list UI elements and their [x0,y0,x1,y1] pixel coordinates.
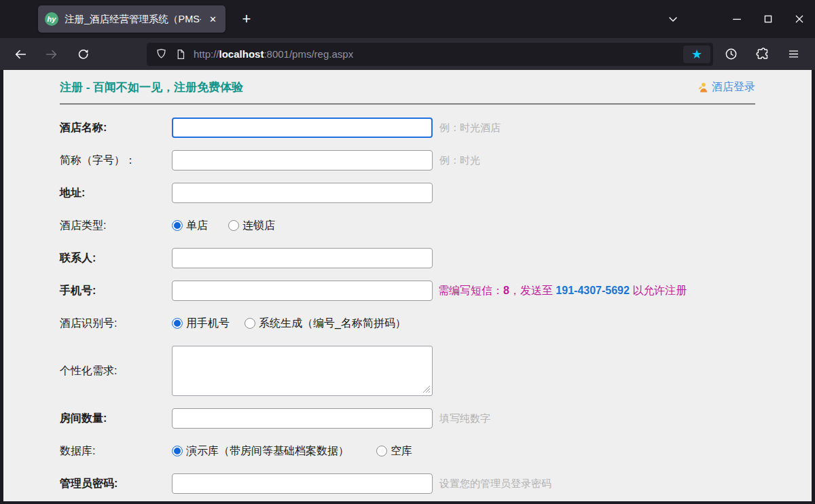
back-icon[interactable] [10,43,31,65]
short-name-row: 简称（字号）： 例：时光 [60,150,755,170]
tab-list-chevron-down-icon[interactable] [662,7,685,31]
menu-hamburger-icon[interactable] [782,43,804,65]
mobile-label: 手机号: [60,284,172,298]
shield-icon[interactable] [155,48,168,60]
url-host: localhost [219,48,264,60]
hotel-id-option-generated[interactable]: 系统生成（编号_名称简拼码） [244,317,406,331]
hotel-id-label: 酒店识别号: [60,317,172,331]
hotel-type-option-chain[interactable]: 连锁店 [228,219,275,233]
address-label: 地址: [60,186,172,200]
radio-unchecked-icon [244,318,255,329]
custom-needs-row: 个性化需求: [60,346,755,396]
sms-phone-number: 191-4307-5692 [556,285,630,296]
contact-label: 联系人: [60,251,172,266]
minimize-button[interactable] [721,0,753,38]
hotel-name-hint: 例：时光酒店 [439,122,501,134]
database-row: 数据库: 演示库（带房间等基础档案数据） 空库 [60,441,755,461]
short-name-hint: 例：时光 [439,154,480,167]
short-name-label: 简称（字号）： [60,154,172,168]
reload-icon[interactable] [72,43,94,65]
page-title: 注册 - 百闻不如一见，注册免费体验 [60,79,243,95]
url-scheme: http:// [194,48,219,60]
url-bar[interactable]: http://localhost:8001/pms/reg.aspx ★ [147,43,713,66]
hotel-type-row: 酒店类型: 单店 连锁店 [60,215,755,236]
forward-icon[interactable] [41,43,62,65]
hotel-type-label: 酒店类型: [60,219,172,233]
room-count-input[interactable] [172,408,433,429]
hotel-name-input[interactable] [172,118,433,138]
admin-password-input[interactable] [172,473,433,494]
hotel-id-row: 酒店识别号: 用手机号 系统生成（编号_名称简拼码） [60,313,755,334]
custom-needs-label: 个性化需求: [60,364,172,378]
tab-favicon: hy [45,12,58,26]
database-label: 数据库: [60,444,172,458]
navigation-toolbar: http://localhost:8001/pms/reg.aspx ★ [0,38,815,70]
hotel-login-label: 酒店登录 [712,80,755,94]
admin-password-hint: 设置您的管理员登录密码 [439,478,551,490]
new-tab-button[interactable]: + [235,7,258,31]
database-option-demo[interactable]: 演示库（带房间等基础档案数据） [172,444,349,458]
short-name-input[interactable] [172,150,433,170]
room-count-hint: 填写纯数字 [439,412,490,425]
admin-password-row: 管理员密码: 设置您的管理员登录密码 [60,473,755,494]
address-input[interactable] [172,183,433,203]
radio-unchecked-icon [376,446,387,456]
registration-form: 酒店名称: 例：时光酒店 简称（字号）： 例：时光 地址: 酒店类型: [60,105,755,494]
radio-checked-icon [172,446,183,456]
maximize-button[interactable] [753,0,784,38]
extensions-puzzle-icon[interactable] [751,43,773,65]
hotel-id-option-mobile[interactable]: 用手机号 [172,317,230,331]
admin-password-label: 管理员密码: [60,477,172,491]
history-clock-icon[interactable] [720,43,742,65]
browser-tab[interactable]: hy 注册_酒店经营管理系统（PMS- ✕ [38,5,225,33]
radio-unchecked-icon [228,220,239,231]
tab-title: 注册_酒店经营管理系统（PMS- [65,13,201,26]
url-path: :8001/pms/reg.aspx [264,48,353,60]
address-row: 地址: [60,183,755,203]
hotel-name-label: 酒店名称: [60,121,172,135]
close-window-button[interactable] [784,0,815,38]
radio-checked-icon [172,318,183,329]
hotel-login-link[interactable]: 酒店登录 [698,80,755,94]
custom-needs-textarea[interactable] [172,346,433,396]
contact-row: 联系人: [60,248,755,268]
sms-code: 8 [503,285,509,296]
database-option-empty[interactable]: 空库 [376,444,412,458]
browser-window: hy 注册_酒店经营管理系统（PMS- ✕ + [0,0,815,504]
page-info-icon[interactable] [175,48,187,60]
mobile-input[interactable] [172,281,433,301]
room-count-label: 房间数量: [60,412,172,426]
bookmark-star-icon[interactable]: ★ [683,46,710,63]
url-text[interactable]: http://localhost:8001/pms/reg.aspx [194,48,353,60]
person-icon [698,82,709,93]
hotel-name-row: 酒店名称: 例：时光酒店 [60,118,755,138]
mobile-row: 手机号: 需编写短信：8，发送至 191-4307-5692 以允许注册 [60,281,755,301]
tab-bar: hy 注册_酒店经营管理系统（PMS- ✕ + [0,0,815,38]
radio-checked-icon [172,220,183,231]
contact-input[interactable] [172,248,433,268]
sms-verification-hint: 需编写短信：8，发送至 191-4307-5692 以允许注册 [438,284,687,298]
tab-close-icon[interactable]: ✕ [207,13,219,26]
page-header: 注册 - 百闻不如一见，注册免费体验 酒店登录 [60,70,755,105]
page-content: 注册 - 百闻不如一见，注册免费体验 酒店登录 酒店名称: 例：时光酒店 [3,70,812,501]
room-count-row: 房间数量: 填写纯数字 [60,408,755,429]
hotel-type-option-single[interactable]: 单店 [172,219,208,233]
